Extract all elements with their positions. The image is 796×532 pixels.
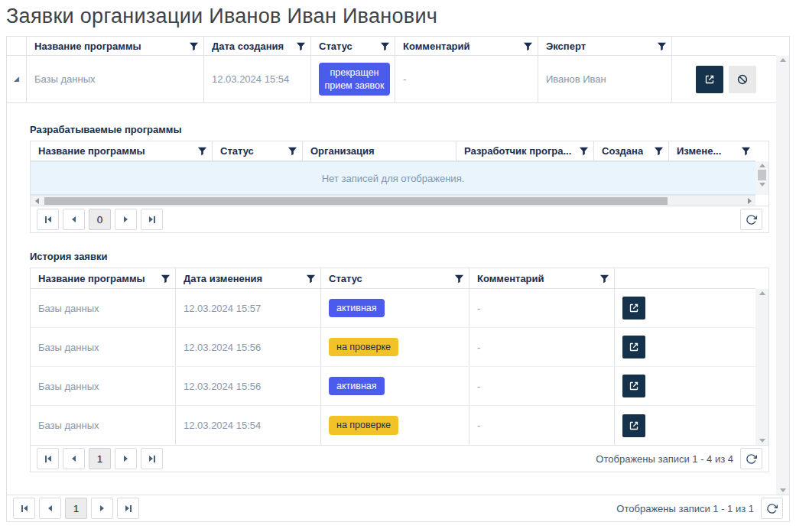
next-page-button[interactable] xyxy=(91,498,113,519)
next-page-button[interactable] xyxy=(115,448,137,469)
column-header-changed[interactable]: Измене... xyxy=(669,141,755,161)
scrollbar-track[interactable] xyxy=(755,161,768,195)
history-row[interactable]: Базы данных 12.03.2024 15:54 на проверке… xyxy=(31,406,755,445)
filter-icon[interactable] xyxy=(296,41,306,51)
scroll-up-icon[interactable] xyxy=(780,58,786,62)
arrow-right-icon xyxy=(149,456,153,462)
collapse-row-icon[interactable]: ◢ xyxy=(14,76,19,83)
refresh-button[interactable] xyxy=(761,498,783,519)
column-header-status[interactable]: Статус xyxy=(311,37,395,55)
comment-cell: - xyxy=(395,56,538,102)
last-page-button[interactable] xyxy=(117,498,139,519)
column-title: Комментарий xyxy=(403,41,470,52)
developed-programs-grid: Название программы Статус Организация xyxy=(30,141,769,233)
column-header-changed-date[interactable]: Дата изменения xyxy=(176,268,321,288)
last-page-icon xyxy=(154,456,155,462)
refresh-button[interactable] xyxy=(740,209,762,230)
last-page-button[interactable] xyxy=(141,209,163,230)
status-badge: на проверке xyxy=(329,338,398,356)
vertical-scrollbar[interactable] xyxy=(755,268,768,445)
column-title: Эксперт xyxy=(546,41,586,52)
filter-icon[interactable] xyxy=(454,274,464,284)
filter-icon[interactable] xyxy=(579,146,589,156)
horizontal-scrollbar-thumb[interactable] xyxy=(44,197,668,205)
scroll-left-button[interactable] xyxy=(31,198,43,204)
filter-icon[interactable] xyxy=(189,41,199,51)
open-history-record-button[interactable] xyxy=(622,375,645,397)
history-row[interactable]: Базы данных 12.03.2024 15:56 активная - xyxy=(31,367,755,406)
column-header-program-name[interactable]: Название программы xyxy=(31,141,213,161)
scroll-down-icon[interactable] xyxy=(759,183,765,187)
column-title: Статус xyxy=(220,145,254,157)
application-detail-panel: Разрабатываемые программы Название прогр… xyxy=(7,103,776,495)
column-header-created-date[interactable]: Дата создания xyxy=(204,37,311,55)
column-title: Измене... xyxy=(677,145,721,157)
current-page-button[interactable]: 1 xyxy=(65,498,87,519)
prev-page-button[interactable] xyxy=(63,448,85,469)
actions-cell xyxy=(615,406,755,445)
block-application-button[interactable] xyxy=(729,66,756,93)
filter-icon[interactable] xyxy=(741,146,751,156)
column-header-comment[interactable]: Комментарий xyxy=(395,37,538,55)
open-history-record-button[interactable] xyxy=(622,297,645,320)
arrow-right-icon xyxy=(100,505,104,511)
arrow-right-icon xyxy=(124,456,128,462)
prev-page-button[interactable] xyxy=(39,498,61,519)
column-title: Статус xyxy=(329,273,362,284)
scroll-right-button[interactable] xyxy=(743,198,755,204)
current-page-button[interactable]: 1 xyxy=(89,448,111,469)
program-name-cell: Базы данных xyxy=(31,289,176,327)
horizontal-scrollbar-track[interactable] xyxy=(43,196,743,206)
scroll-down-icon[interactable] xyxy=(780,488,786,492)
next-page-button[interactable] xyxy=(115,209,137,230)
scroll-up-icon[interactable] xyxy=(759,164,765,167)
horizontal-scrollbar[interactable] xyxy=(31,195,755,206)
scrollbar-track[interactable] xyxy=(755,289,768,445)
status-cell: активная xyxy=(321,289,469,327)
open-external-icon xyxy=(703,73,716,86)
scrollbar-header-filler xyxy=(755,141,768,161)
filter-icon[interactable] xyxy=(657,41,667,51)
filter-icon[interactable] xyxy=(306,274,316,284)
column-header-developer[interactable]: Разработчик програ... xyxy=(456,141,594,161)
open-history-record-button[interactable] xyxy=(622,336,645,358)
column-header-status[interactable]: Статус xyxy=(213,141,303,161)
last-page-button[interactable] xyxy=(141,448,163,469)
filter-icon[interactable] xyxy=(288,146,297,156)
history-row[interactable]: Базы данных 12.03.2024 15:57 активная - xyxy=(31,289,755,328)
column-header-organization[interactable]: Организация xyxy=(303,141,456,161)
scroll-down-icon[interactable] xyxy=(759,439,765,443)
scroll-up-icon[interactable] xyxy=(759,291,765,295)
vertical-scrollbar[interactable] xyxy=(755,141,768,195)
application-row[interactable]: ◢ Базы данных 12.03.2024 15:54 прекращен… xyxy=(7,56,776,103)
scrollbar-thumb[interactable] xyxy=(758,170,766,180)
filter-icon[interactable] xyxy=(197,146,207,156)
vertical-scrollbar[interactable] xyxy=(776,37,789,495)
open-application-button[interactable] xyxy=(696,66,723,93)
column-header-comment[interactable]: Комментарий xyxy=(469,268,615,288)
refresh-button[interactable] xyxy=(740,448,762,469)
filter-icon[interactable] xyxy=(380,41,390,51)
current-page-button[interactable]: 0 xyxy=(89,209,111,230)
column-header-expert[interactable]: Эксперт xyxy=(538,37,672,55)
column-header-program-name[interactable]: Название программы xyxy=(27,37,204,55)
filter-icon[interactable] xyxy=(161,274,171,284)
first-page-icon xyxy=(21,505,23,512)
first-page-button[interactable] xyxy=(13,498,35,519)
history-row[interactable]: Базы данных 12.03.2024 15:56 на проверке… xyxy=(31,328,755,367)
column-header-status[interactable]: Статус xyxy=(321,268,469,288)
applications-grid: Название программы Дата создания Статус … xyxy=(6,36,790,522)
column-header-created[interactable]: Создана xyxy=(594,141,669,161)
column-header-program-name[interactable]: Название программы xyxy=(31,268,176,288)
prev-page-button[interactable] xyxy=(63,209,85,230)
scrollbar-track[interactable] xyxy=(776,56,789,495)
history-grid-content: Название программы Дата изменения Статус xyxy=(31,268,755,445)
first-page-button[interactable] xyxy=(37,209,59,230)
page-title: Заявки организации Иванов Иван Иванович xyxy=(0,0,796,28)
filter-icon[interactable] xyxy=(523,41,533,51)
history-grid: Название программы Дата изменения Статус xyxy=(30,268,769,472)
filter-icon[interactable] xyxy=(599,274,609,284)
filter-icon[interactable] xyxy=(654,146,664,156)
first-page-button[interactable] xyxy=(37,448,59,469)
open-history-record-button[interactable] xyxy=(622,414,645,437)
